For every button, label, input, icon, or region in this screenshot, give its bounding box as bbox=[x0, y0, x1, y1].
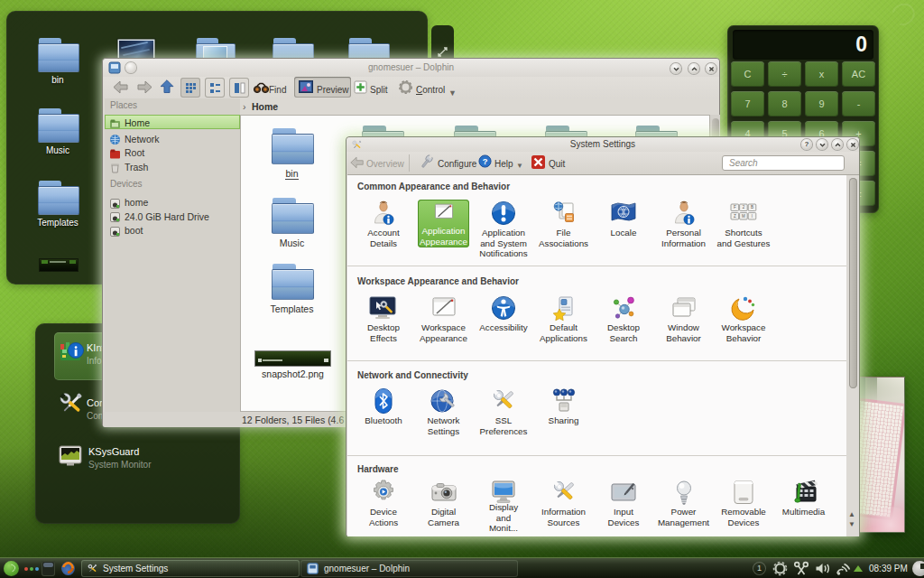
svg-text:F: F bbox=[734, 205, 736, 210]
svg-text:I: I bbox=[752, 214, 753, 219]
svg-text:?: ? bbox=[483, 157, 488, 166]
svg-text:Z: Z bbox=[734, 214, 736, 219]
svg-text:M: M bbox=[742, 214, 745, 219]
svg-text:B: B bbox=[751, 205, 753, 210]
